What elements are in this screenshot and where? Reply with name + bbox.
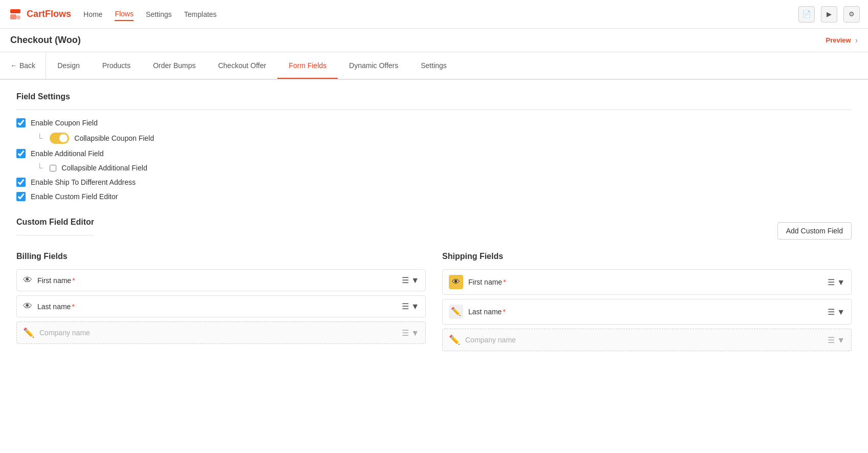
- enable-custom-label: Enable Custom Field Editor: [31, 192, 118, 201]
- divider-1: [16, 110, 852, 110]
- enable-custom-checkbox[interactable]: [16, 192, 26, 201]
- tab-products[interactable]: Products: [91, 53, 142, 79]
- billing-last-name-row: 👁 Last name* ☰ ▼: [16, 295, 426, 317]
- field-settings-section: Field Settings Enable Coupon Field └ Col…: [16, 92, 852, 201]
- preview-link[interactable]: Preview: [826, 36, 851, 44]
- enable-ship-label: Enable Ship To Different Address: [31, 178, 136, 186]
- checkbox-group: Enable Coupon Field └ Collapsible Coupon…: [16, 118, 852, 201]
- field-settings-title: Field Settings: [16, 92, 852, 101]
- billing-fields-column: Billing Fields 👁 First name* ☰ ▼ 👁 Last: [16, 252, 426, 355]
- billing-last-name-label: Last name*: [37, 303, 397, 311]
- divider-2: [16, 235, 94, 235]
- nav-flows[interactable]: Flows: [115, 8, 134, 21]
- shipping-first-name-label: First name*: [468, 278, 822, 286]
- billing-last-name-controls: ☰ ▼: [402, 301, 419, 311]
- shipping-first-name-row: 👁 First name* ☰ ▼: [442, 269, 852, 295]
- tab-order-bumps[interactable]: Order Bumps: [142, 53, 207, 79]
- shipping-last-name-row: ✏️ Last name* ☰ ▼: [442, 299, 852, 325]
- fields-columns: Billing Fields 👁 First name* ☰ ▼ 👁 Last: [16, 252, 852, 355]
- billing-company-menu-button[interactable]: ☰ ▼: [402, 328, 419, 338]
- shipping-company-controls: ☰ ▼: [828, 335, 845, 345]
- billing-company-controls: ☰ ▼: [402, 328, 419, 338]
- add-custom-field-button[interactable]: Add Custom Field: [777, 222, 852, 240]
- collapsible-coupon-label: Collapsible Coupon Field: [74, 134, 154, 142]
- collapsible-additional-checkbox[interactable]: [50, 165, 56, 171]
- enable-additional-label: Enable Additional Field: [31, 149, 103, 158]
- shipping-first-name-highlight-icon: 👁: [449, 275, 463, 289]
- tab-checkout-offer[interactable]: Checkout Offer: [207, 53, 277, 79]
- billing-first-name-visibility-icon[interactable]: 👁: [23, 275, 32, 286]
- shipping-last-name-highlight-icon: ✏️: [449, 305, 463, 319]
- nav-right-icons: 📄 ▶ ⚙: [798, 6, 860, 23]
- collapsible-coupon-row: └ Collapsible Coupon Field: [16, 133, 852, 144]
- custom-field-header: Custom Field Editor Add Custom Field: [16, 218, 852, 244]
- shipping-company-name-row: ✏️ Company name ☰ ▼: [442, 329, 852, 351]
- tab-settings[interactable]: Settings: [409, 53, 458, 79]
- nav-templates[interactable]: Templates: [184, 8, 217, 20]
- billing-fields-title: Billing Fields: [16, 252, 426, 261]
- chevron-icon: ›: [855, 36, 858, 45]
- shipping-fields-title: Shipping Fields: [442, 252, 852, 261]
- shipping-fields-column: Shipping Fields 👁 First name* ☰ ▼ ✏️ Las…: [442, 252, 852, 355]
- shipping-last-name-controls: ☰ ▼: [828, 307, 845, 317]
- billing-first-name-label: First name*: [37, 276, 397, 285]
- enable-additional-row: Enable Additional Field: [16, 149, 852, 158]
- collapsible-additional-label: Collapsible Additional Field: [61, 164, 147, 172]
- enable-custom-row: Enable Custom Field Editor: [16, 192, 852, 201]
- nav-home[interactable]: Home: [83, 8, 102, 20]
- shipping-company-visibility-icon[interactable]: ✏️: [449, 334, 460, 346]
- back-arrow-icon: ←: [10, 61, 17, 70]
- billing-first-name-row: 👁 First name* ☰ ▼: [16, 269, 426, 291]
- settings-icon-button[interactable]: ⚙: [843, 6, 860, 23]
- page-title: Checkout (Woo): [10, 35, 81, 46]
- billing-first-name-menu-button[interactable]: ☰ ▼: [402, 275, 419, 285]
- tree-line-coupon: └: [37, 134, 42, 143]
- shipping-company-menu-button[interactable]: ☰ ▼: [828, 335, 845, 345]
- tab-dynamic-offers[interactable]: Dynamic Offers: [338, 53, 409, 79]
- page-header-right: Preview ›: [826, 36, 858, 45]
- billing-company-label: Company name: [39, 329, 397, 337]
- enable-coupon-label: Enable Coupon Field: [31, 119, 98, 127]
- main-content: Field Settings Enable Coupon Field └ Col…: [0, 80, 868, 368]
- collapsible-additional-row: └ Collapsible Additional Field: [16, 163, 852, 172]
- shipping-company-label: Company name: [465, 336, 822, 344]
- svg-point-0: [16, 15, 20, 19]
- shipping-last-name-menu-button[interactable]: ☰ ▼: [828, 307, 845, 317]
- play-icon-button[interactable]: ▶: [821, 6, 837, 23]
- logo[interactable]: CartFlows: [8, 7, 71, 21]
- enable-ship-checkbox[interactable]: [16, 178, 26, 187]
- tree-line-additional: └: [37, 163, 42, 172]
- enable-coupon-row: Enable Coupon Field: [16, 118, 852, 127]
- collapsible-coupon-toggle[interactable]: [50, 133, 69, 144]
- tab-design[interactable]: Design: [46, 53, 91, 79]
- tab-form-fields[interactable]: Form Fields: [277, 53, 338, 79]
- top-navigation: CartFlows Home Flows Settings Templates …: [0, 0, 868, 29]
- billing-last-name-menu-button[interactable]: ☰ ▼: [402, 301, 419, 311]
- custom-field-editor-title: Custom Field Editor: [16, 218, 94, 244]
- billing-last-name-visibility-icon[interactable]: 👁: [23, 301, 32, 312]
- back-label: Back: [19, 61, 35, 70]
- billing-first-name-controls: ☰ ▼: [402, 275, 419, 285]
- tab-bar: ← Back Design Products Order Bumps Check…: [0, 52, 868, 80]
- nav-settings[interactable]: Settings: [146, 8, 172, 20]
- shipping-last-name-label: Last name*: [468, 308, 822, 316]
- enable-additional-checkbox[interactable]: [16, 149, 26, 158]
- enable-coupon-checkbox[interactable]: [16, 118, 26, 127]
- enable-ship-row: Enable Ship To Different Address: [16, 178, 852, 187]
- page-header: Checkout (Woo) Preview ›: [0, 29, 868, 52]
- billing-company-name-row: ✏️ Company name ☰ ▼: [16, 321, 426, 344]
- nav-links: Home Flows Settings Templates: [83, 8, 216, 21]
- shipping-first-name-menu-button[interactable]: ☰ ▼: [828, 277, 845, 287]
- billing-company-visibility-icon[interactable]: ✏️: [23, 327, 34, 338]
- custom-field-editor-section: Custom Field Editor Add Custom Field Bil…: [16, 218, 852, 355]
- tab-back-button[interactable]: ← Back: [0, 52, 46, 79]
- custom-field-editor-section-title: Custom Field Editor: [16, 218, 94, 227]
- document-icon-button[interactable]: 📄: [798, 6, 815, 23]
- shipping-first-name-controls: ☰ ▼: [828, 277, 845, 287]
